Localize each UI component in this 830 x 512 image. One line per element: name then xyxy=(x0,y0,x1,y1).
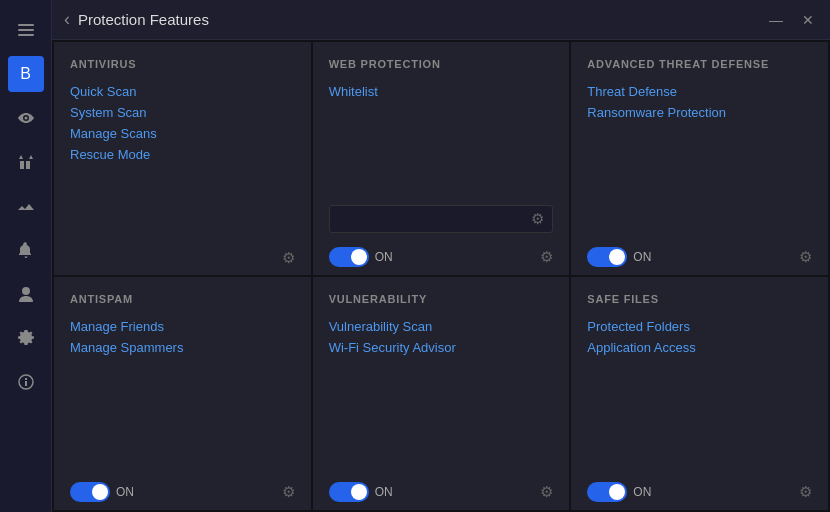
toggle-label-web-protection: ON xyxy=(375,250,393,264)
toggle-wrap-vulnerability: ON xyxy=(329,482,393,502)
main-content: ‹ Protection Features — ✕ ANTIVIRUSQuick… xyxy=(52,0,830,512)
link-system-scan[interactable]: System Scan xyxy=(70,105,295,120)
link-quick-scan[interactable]: Quick Scan xyxy=(70,84,295,99)
settings-icon[interactable] xyxy=(8,320,44,356)
toggle-advanced-threat[interactable] xyxy=(587,247,627,267)
minimize-button[interactable]: — xyxy=(766,12,786,28)
card-advanced-threat: ADVANCED THREAT DEFENSEThreat DefenseRan… xyxy=(571,42,828,275)
card-title-antivirus: ANTIVIRUS xyxy=(70,58,295,70)
title-bar: ‹ Protection Features — ✕ xyxy=(52,0,830,40)
link-whitelist[interactable]: Whitelist xyxy=(329,84,554,99)
user-icon[interactable] xyxy=(8,276,44,312)
toggle-wrap-safe-files: ON xyxy=(587,482,651,502)
card-links-vulnerability: Vulnerability ScanWi-Fi Security Advisor xyxy=(329,319,554,468)
back-button[interactable]: ‹ xyxy=(64,9,70,30)
toggle-wrap-web-protection: ON xyxy=(329,247,393,267)
card-footer-antivirus: ⚙ xyxy=(70,243,295,267)
link-manage-friends[interactable]: Manage Friends xyxy=(70,319,295,334)
toggle-label-antispam: ON xyxy=(116,485,134,499)
card-links-safe-files: Protected FoldersApplication Access xyxy=(587,319,812,468)
link-application-access[interactable]: Application Access xyxy=(587,340,812,355)
card-links-antivirus: Quick ScanSystem ScanManage ScansRescue … xyxy=(70,84,295,235)
bell-icon[interactable] xyxy=(8,232,44,268)
toggle-vulnerability[interactable] xyxy=(329,482,369,502)
cards-grid: ANTIVIRUSQuick ScanSystem ScanManage Sca… xyxy=(52,40,830,512)
toggle-label-vulnerability: ON xyxy=(375,485,393,499)
analytics-icon[interactable] xyxy=(8,188,44,224)
page-title: Protection Features xyxy=(78,11,766,28)
settings-icon-advanced-threat[interactable]: ⚙ xyxy=(799,248,812,266)
card-title-advanced-threat: ADVANCED THREAT DEFENSE xyxy=(587,58,812,70)
toggle-antispam[interactable] xyxy=(70,482,110,502)
toggle-web-protection[interactable] xyxy=(329,247,369,267)
settings-icon-safe-files[interactable]: ⚙ xyxy=(799,483,812,501)
toggle-wrap-advanced-threat: ON xyxy=(587,247,651,267)
settings-icon-antispam[interactable]: ⚙ xyxy=(282,483,295,501)
card-title-web-protection: WEB PROTECTION xyxy=(329,58,554,70)
card-links-advanced-threat: Threat DefenseRansomware Protection xyxy=(587,84,812,233)
card-safe-files: SAFE FILESProtected FoldersApplication A… xyxy=(571,277,828,510)
close-button[interactable]: ✕ xyxy=(798,12,818,28)
link-protected-folders[interactable]: Protected Folders xyxy=(587,319,812,334)
card-links-antispam: Manage FriendsManage Spammers xyxy=(70,319,295,468)
link-threat-defense[interactable]: Threat Defense xyxy=(587,84,812,99)
card-antivirus: ANTIVIRUSQuick ScanSystem ScanManage Sca… xyxy=(54,42,311,275)
link-manage-spammers[interactable]: Manage Spammers xyxy=(70,340,295,355)
tools-icon[interactable] xyxy=(8,144,44,180)
hamburger-menu-icon[interactable] xyxy=(8,12,44,48)
whitelist-input[interactable] xyxy=(338,212,532,226)
card-footer-advanced-threat: ON⚙ xyxy=(587,241,812,267)
toggle-label-safe-files: ON xyxy=(633,485,651,499)
whitelist-input-row: ⚙ xyxy=(329,205,554,233)
card-footer-web-protection: ON⚙ xyxy=(329,241,554,267)
sidebar: B xyxy=(0,0,52,512)
toggle-wrap-antispam: ON xyxy=(70,482,134,502)
settings-icon-web-protection[interactable]: ⚙ xyxy=(540,248,553,266)
toggle-label-advanced-threat: ON xyxy=(633,250,651,264)
settings-icon-antivirus[interactable]: ⚙ xyxy=(282,249,295,267)
link-vulnerability-scan[interactable]: Vulnerability Scan xyxy=(329,319,554,334)
link-rescue-mode[interactable]: Rescue Mode xyxy=(70,147,295,162)
card-footer-safe-files: ON⚙ xyxy=(587,476,812,502)
brand-logo[interactable]: B xyxy=(8,56,44,92)
card-footer-antispam: ON⚙ xyxy=(70,476,295,502)
link-ransomware-protection[interactable]: Ransomware Protection xyxy=(587,105,812,120)
window-controls: — ✕ xyxy=(766,12,818,28)
card-antispam: ANTISPAMManage FriendsManage SpammersON⚙ xyxy=(54,277,311,510)
eye-icon[interactable] xyxy=(8,100,44,136)
svg-point-0 xyxy=(22,287,30,295)
card-footer-vulnerability: ON⚙ xyxy=(329,476,554,502)
card-title-vulnerability: VULNERABILITY xyxy=(329,293,554,305)
toggle-safe-files[interactable] xyxy=(587,482,627,502)
link-wi-fi-security-advisor[interactable]: Wi-Fi Security Advisor xyxy=(329,340,554,355)
link-manage-scans[interactable]: Manage Scans xyxy=(70,126,295,141)
card-links-web-protection: Whitelist xyxy=(329,84,554,201)
card-title-antispam: ANTISPAM xyxy=(70,293,295,305)
settings-icon-vulnerability[interactable]: ⚙ xyxy=(540,483,553,501)
card-vulnerability: VULNERABILITYVulnerability ScanWi-Fi Sec… xyxy=(313,277,570,510)
card-web-protection: WEB PROTECTIONWhitelist⚙ON⚙ xyxy=(313,42,570,275)
card-title-safe-files: SAFE FILES xyxy=(587,293,812,305)
whitelist-settings-icon[interactable]: ⚙ xyxy=(531,210,544,228)
info-icon[interactable] xyxy=(8,364,44,400)
